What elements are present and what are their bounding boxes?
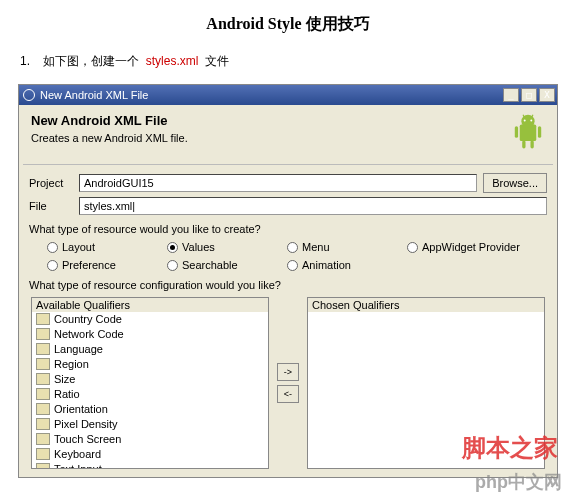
available-qualifiers-header: Available Qualifiers: [31, 297, 269, 312]
qualifier-icon: [36, 448, 50, 460]
qualifier-icon: [36, 343, 50, 355]
step-number: 1.: [20, 54, 30, 68]
radio-searchable[interactable]: Searchable: [167, 259, 287, 271]
android-icon: [511, 113, 545, 154]
qualifier-label: Ratio: [54, 388, 80, 400]
qualifier-icon: [36, 313, 50, 325]
project-label: Project: [29, 177, 73, 189]
qualifier-item[interactable]: Keyboard: [32, 447, 268, 462]
qualifier-icon: [36, 463, 50, 468]
radio-icon: [47, 260, 58, 271]
qualifier-item[interactable]: Touch Screen: [32, 432, 268, 447]
form-area: Project Browse... File What type of reso…: [19, 165, 557, 477]
dialog-subtitle: Creates a new Android XML file.: [31, 132, 188, 144]
qualifier-icon: [36, 403, 50, 415]
titlebar: New Android XML File _ □ X: [19, 85, 557, 105]
radio-label: Preference: [62, 259, 116, 271]
radio-animation[interactable]: Animation: [287, 259, 407, 271]
window-controls: _ □ X: [503, 88, 555, 102]
step-filename: styles.xml: [146, 54, 199, 68]
radio-menu[interactable]: Menu: [287, 241, 407, 253]
move-right-button[interactable]: ->: [277, 363, 299, 381]
radio-label: AppWidget Provider: [422, 241, 520, 253]
step-text: 1. 如下图，创建一个 styles.xml 文件: [0, 53, 576, 84]
qualifier-label: Text Input: [54, 463, 102, 468]
qualifier-label: Region: [54, 358, 89, 370]
qualifier-item[interactable]: Orientation: [32, 402, 268, 417]
radio-icon: [287, 260, 298, 271]
step-after: 文件: [205, 54, 229, 68]
chosen-qualifiers-header: Chosen Qualifiers: [307, 297, 545, 312]
available-qualifiers-list[interactable]: Country CodeNetwork CodeLanguageRegionSi…: [32, 312, 268, 468]
step-before: 如下图，创建一个: [43, 54, 139, 68]
titlebar-text: New Android XML File: [40, 89, 503, 101]
svg-rect-3: [538, 126, 541, 138]
radio-appwidget-provider[interactable]: AppWidget Provider: [407, 241, 547, 253]
qualifier-label: Country Code: [54, 313, 122, 325]
close-button[interactable]: X: [539, 88, 555, 102]
radio-layout[interactable]: Layout: [47, 241, 167, 253]
qualifier-icon: [36, 388, 50, 400]
radio-label: Menu: [302, 241, 330, 253]
radio-icon: [287, 242, 298, 253]
radio-label: Animation: [302, 259, 351, 271]
qualifier-item[interactable]: Network Code: [32, 327, 268, 342]
page-title: Android Style 使用技巧: [0, 0, 576, 53]
browse-button[interactable]: Browse...: [483, 173, 547, 193]
qualifier-label: Keyboard: [54, 448, 101, 460]
qualifier-label: Touch Screen: [54, 433, 121, 445]
available-qualifiers-box: Available Qualifiers Country CodeNetwork…: [31, 297, 269, 469]
qualifier-icon: [36, 418, 50, 430]
qualifier-label: Orientation: [54, 403, 108, 415]
qualifier-icon: [36, 328, 50, 340]
minimize-button[interactable]: _: [503, 88, 519, 102]
svg-rect-2: [515, 126, 518, 138]
qualifier-item[interactable]: Country Code: [32, 312, 268, 327]
qualifier-item[interactable]: Region: [32, 357, 268, 372]
resource-type-question: What type of resource would you like to …: [29, 223, 547, 235]
move-left-button[interactable]: <-: [277, 385, 299, 403]
svg-rect-4: [522, 140, 525, 148]
qualifier-label: Pixel Density: [54, 418, 118, 430]
svg-point-8: [524, 119, 526, 121]
radio-icon: [167, 260, 178, 271]
radio-label: Layout: [62, 241, 95, 253]
svg-point-9: [530, 119, 532, 121]
qualifier-icon: [36, 433, 50, 445]
dialog-header: New Android XML File Creates a new Andro…: [19, 105, 557, 164]
qualifier-item[interactable]: Text Input: [32, 462, 268, 468]
svg-rect-5: [530, 140, 533, 148]
maximize-button[interactable]: □: [521, 88, 537, 102]
dialog-title: New Android XML File: [31, 113, 188, 128]
file-input[interactable]: [79, 197, 547, 215]
radio-icon: [47, 242, 58, 253]
watermark-php: php中文网: [475, 470, 562, 478]
qualifier-item[interactable]: Size: [32, 372, 268, 387]
app-icon: [23, 89, 35, 101]
qualifier-item[interactable]: Ratio: [32, 387, 268, 402]
radio-preference[interactable]: Preference: [47, 259, 167, 271]
resource-config-question: What type of resource configuration woul…: [29, 279, 547, 291]
qualifier-item[interactable]: Language: [32, 342, 268, 357]
qualifier-label: Network Code: [54, 328, 124, 340]
file-label: File: [29, 200, 73, 212]
qualifier-label: Language: [54, 343, 103, 355]
qualifier-icon: [36, 358, 50, 370]
radio-icon: [167, 242, 178, 253]
dialog-window: New Android XML File _ □ X New Android X…: [18, 84, 558, 478]
project-input[interactable]: [79, 174, 477, 192]
radio-label: Searchable: [182, 259, 238, 271]
qualifier-label: Size: [54, 373, 75, 385]
watermark-jiaoben: 脚本之家: [462, 432, 558, 464]
radio-values[interactable]: Values: [167, 241, 287, 253]
radio-icon: [407, 242, 418, 253]
qualifier-item[interactable]: Pixel Density: [32, 417, 268, 432]
qualifier-icon: [36, 373, 50, 385]
radio-label: Values: [182, 241, 215, 253]
resource-type-radios: LayoutValuesMenuAppWidget ProviderPrefer…: [29, 241, 547, 271]
